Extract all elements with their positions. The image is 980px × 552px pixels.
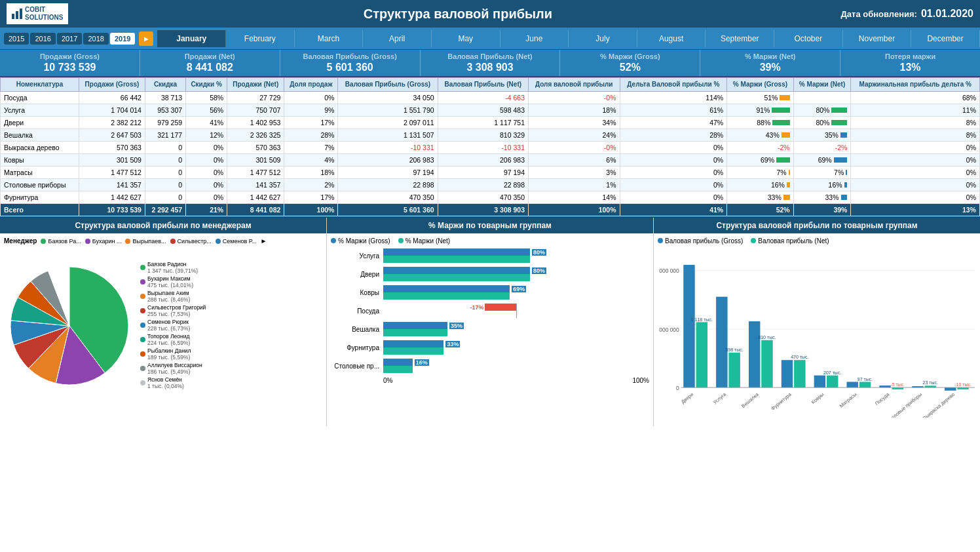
vbar-gross-Ковры (814, 376, 825, 387)
cell-0-0: Посуда (1, 92, 79, 104)
date-area: Дата обновления: 01.01.2020 (841, 8, 973, 20)
svg-text:810 тыс.: 810 тыс. (758, 335, 776, 340)
svg-text:Матрасы: Матрасы (839, 391, 858, 409)
month-january[interactable]: January (157, 30, 226, 47)
date-label: Дата обновления: (841, 9, 917, 19)
month-august[interactable]: August (637, 30, 706, 47)
cell-6-9: 0% (620, 167, 727, 179)
month-july[interactable]: July (569, 30, 637, 47)
svg-text:207 тыс.: 207 тыс. (823, 370, 841, 375)
logo-bars-icon (12, 9, 22, 19)
month-february[interactable]: February (226, 30, 295, 47)
kpi-item-0: Продажи (Gross)10 733 539 (0, 50, 140, 76)
month-november[interactable]: November (843, 30, 912, 47)
cell-8-3: 0% (186, 191, 227, 204)
cell-8-6: 470 350 (338, 191, 438, 204)
col-header-1: Продажи (Gross) (79, 78, 145, 92)
data-table-wrapper: НоменклатураПродажи (Gross)СкидкаСкидки … (0, 77, 980, 216)
hbar-label: Ковры (331, 289, 383, 296)
cell-6-0: Матрасы (1, 167, 79, 179)
hbar-row-Столовые пр...: Столовые пр... 16% (331, 359, 649, 373)
svg-text:Вешалка: Вешалка (740, 391, 760, 409)
table-row[interactable]: Вешалка2 647 503321 17712%2 326 32528%1 … (1, 129, 980, 142)
cell-7-12: 0% (851, 179, 980, 191)
cell-6-1: 1 477 512 (79, 167, 145, 179)
cell-3-1: 2 647 503 (79, 129, 145, 142)
svg-text:2 000 000: 2 000 000 (658, 267, 679, 274)
table-row[interactable]: Двери2 382 212979 25941%1 402 95317%2 09… (1, 117, 980, 129)
svg-text:598 тыс.: 598 тыс. (725, 347, 743, 352)
cell-6-6: 97 194 (338, 167, 438, 179)
panel-managers-body: Менеджер Баязов Ра... Бухарин ... Вырыпа… (0, 233, 326, 424)
footer-cell-12: 13% (851, 204, 980, 216)
svg-text:Столовые приборы: Столовые приборы (886, 391, 923, 418)
pie-labels: Баязов Радион1 347 тыс. (39,71%)Бухарин … (135, 261, 322, 391)
year-tab-2017[interactable]: 2017 (57, 33, 82, 45)
month-june[interactable]: June (500, 30, 569, 47)
legend-net-dot: % Маржи (Net) (398, 237, 451, 245)
month-march[interactable]: March (295, 30, 364, 47)
table-row[interactable]: Посуда66 44238 71358%27 7290%34 050-4 66… (1, 92, 980, 104)
cell-0-11 (793, 92, 851, 104)
cell-5-8: 6% (529, 154, 620, 167)
data-table: НоменклатураПродажи (Gross)СкидкаСкидки … (0, 77, 980, 216)
cell-7-3: 0% (186, 179, 227, 191)
panel-margins-body: % Маржи (Gross) % Маржи (Net) Услуга 80%… (327, 233, 653, 424)
year-tab-2016[interactable]: 2016 (30, 33, 55, 45)
cell-7-9: 0% (620, 179, 727, 191)
svg-text:23 тыс.: 23 тыс. (923, 380, 938, 385)
month-may[interactable]: May (432, 30, 500, 47)
cell-7-4: 141 357 (227, 179, 284, 191)
month-october[interactable]: October (774, 30, 843, 47)
cell-7-7: 22 898 (438, 179, 528, 191)
svg-text:-10 тыс.: -10 тыс. (954, 382, 971, 387)
col-header-4: Продажи (Net) (227, 78, 284, 92)
cell-6-11: 7% (793, 167, 851, 179)
table-row[interactable]: Ковры301 50900%301 5094%206 983206 9836%… (1, 154, 980, 167)
col-header-8: Доля валовой прибыли (529, 78, 620, 92)
month-december[interactable]: December (911, 30, 980, 47)
year-tab-2015[interactable]: 2015 (4, 33, 29, 45)
cell-2-9: 47% (620, 117, 727, 129)
hbar-label: Услуга (331, 252, 383, 260)
pie-label-Бухарин Максим: Бухарин Максим475 тыс. (14,01%) (140, 275, 322, 288)
cell-5-4: 301 509 (227, 154, 284, 167)
cell-1-5: 9% (284, 104, 338, 117)
vbar-net-Фурнитура (794, 360, 805, 387)
nav-arrow-icon[interactable]: ► (139, 31, 153, 46)
table-row[interactable]: Фурнитура1 442 62700%1 442 62717%470 350… (1, 191, 980, 204)
cell-2-2: 979 259 (145, 117, 185, 129)
legend-bukharin: Бухарин ... (85, 238, 122, 245)
cell-7-11: 16% (793, 179, 851, 191)
cell-2-7: 1 117 751 (438, 117, 528, 129)
cell-7-8: 1% (529, 179, 620, 191)
pie-svg (4, 260, 135, 391)
year-tab-2019[interactable]: 2019 (110, 33, 135, 45)
vbar-net-Услуга (728, 353, 740, 387)
cell-1-10: 91% (727, 104, 793, 117)
cell-4-6: -10 331 (338, 142, 438, 154)
table-row[interactable]: Столовые приборы141 35700%141 3572%22 89… (1, 179, 980, 191)
cell-0-9: 114% (620, 92, 727, 104)
cell-6-3: 0% (186, 167, 227, 179)
panel-managers-title: Структура валовой прибыли по менеджерам (0, 218, 326, 233)
pie-label-Яснов Семён: Яснов Семён1 тыс. (0,04%) (140, 376, 322, 389)
month-april[interactable]: April (363, 30, 432, 47)
table-row[interactable]: Матрасы1 477 51200%1 477 51218%97 19497 … (1, 167, 980, 179)
month-september[interactable]: September (706, 30, 774, 47)
hbar-row-Ковры: Ковры 69% (331, 285, 649, 300)
hbar-axis-0: 0% (383, 377, 392, 384)
table-row[interactable]: Услуга1 704 014953 30756%750 7079%1 551 … (1, 104, 980, 117)
cell-2-12: 8% (851, 117, 980, 129)
year-tab-2018[interactable]: 2018 (83, 33, 108, 45)
more-managers-icon[interactable]: ► (261, 237, 267, 245)
table-row[interactable]: Выкраска дерево570 36300%570 3637%-10 33… (1, 142, 980, 154)
cell-1-11: 80% (793, 104, 851, 117)
cell-1-2: 953 307 (145, 104, 185, 117)
svg-text:1 000 000: 1 000 000 (658, 326, 679, 333)
cell-0-6: 34 050 (338, 92, 438, 104)
cell-1-3: 56% (186, 104, 227, 117)
legend-gross-dot: % Маржи (Gross) (331, 237, 390, 245)
svg-text:Ковры: Ковры (810, 391, 825, 405)
cell-8-9: 0% (620, 191, 727, 204)
